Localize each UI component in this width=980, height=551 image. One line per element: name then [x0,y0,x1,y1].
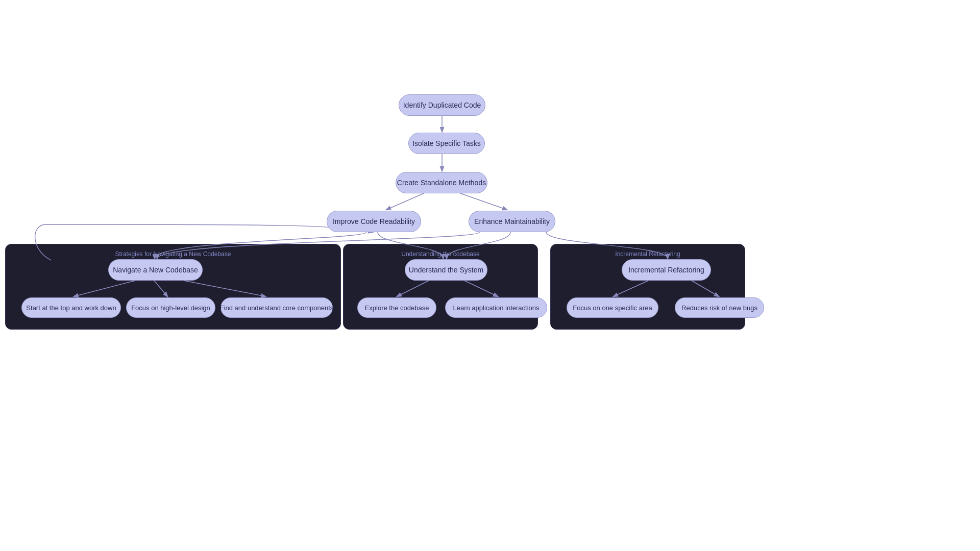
svg-line-3 [460,193,507,210]
node-focus-one[interactable]: Focus on one specific area [567,297,658,318]
panel-right-label: Incremental Refactoring [551,251,745,258]
node-understand-system[interactable]: Understand the System [405,259,487,281]
node-navigate[interactable]: Navigate a New Codebase [108,259,203,281]
node-incremental[interactable]: Incremental Refactoring [622,259,711,281]
node-improve[interactable]: Improve Code Readability [327,211,421,232]
panel-mid-label: Understanding the codebase [344,251,537,258]
node-create[interactable]: Create Standalone Methods [396,172,487,193]
node-identify[interactable]: Identify Duplicated Code [399,94,485,116]
node-explore[interactable]: Explore the codebase [357,297,436,318]
node-isolate[interactable]: Isolate Specific Tasks [408,133,485,154]
svg-line-2 [386,193,424,210]
node-learn[interactable]: Learn application interactions [445,297,547,318]
panel-left-label: Strategies for Navigating a New Codebase [6,251,340,258]
diagram-container: Strategies for Navigating a New Codebase… [0,0,980,551]
node-enhance[interactable]: Enhance Maintainability [469,211,555,232]
node-reduces[interactable]: Reduces risk of new bugs [675,297,764,318]
node-find-core[interactable]: Find and understand core components [220,297,333,318]
node-start[interactable]: Start at the top and work down [21,297,121,318]
node-focus-high[interactable]: Focus on high-level design [126,297,215,318]
